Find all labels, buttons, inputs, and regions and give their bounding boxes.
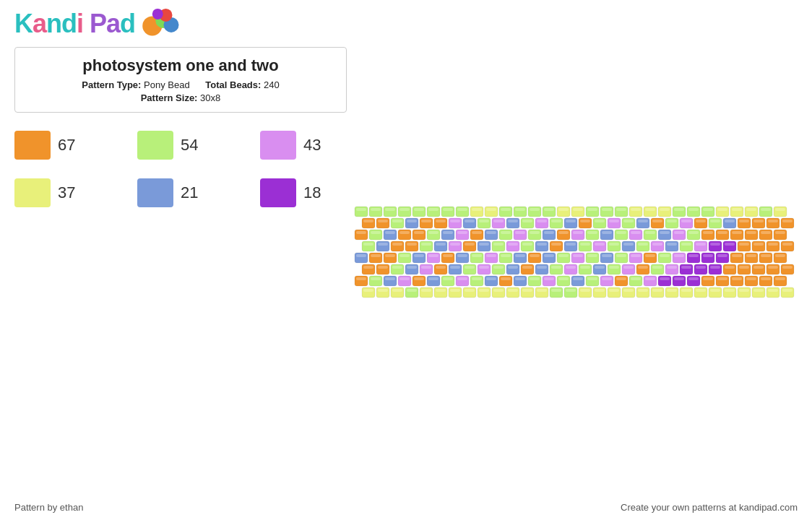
swatch-box <box>14 131 51 160</box>
size-value: 30x8 <box>200 92 220 103</box>
info-box: photosystem one and two Pattern Type: Po… <box>14 47 347 113</box>
swatch-box <box>260 131 296 160</box>
swatch-count: 43 <box>303 136 321 155</box>
swatch-count: 67 <box>58 136 75 155</box>
bead-canvas <box>354 206 802 300</box>
footer-left: Pattern by ethan <box>14 502 83 513</box>
swatch-box <box>137 178 173 207</box>
swatch-item: 54 <box>137 127 253 163</box>
swatch-box <box>260 178 296 207</box>
swatch-count: 37 <box>58 183 75 202</box>
svg-point-4 <box>152 9 163 20</box>
swatch-box <box>137 131 173 160</box>
type-label: Pattern Type: <box>82 79 141 90</box>
logo-icon <box>139 7 182 40</box>
total-value: 240 <box>264 79 280 90</box>
size-label: Pattern Size: <box>141 92 198 103</box>
pattern-title: photosystem one and two <box>30 56 332 75</box>
pattern-meta-row2: Pattern Size: 30x8 <box>30 92 332 103</box>
swatch-item: 43 <box>260 127 376 163</box>
swatch-count: 18 <box>303 183 321 202</box>
total-label: Total Beads: <box>205 79 261 90</box>
swatch-item: 21 <box>137 175 253 211</box>
swatch-count: 21 <box>181 183 198 202</box>
bead-pattern-container <box>354 206 802 300</box>
swatch-box <box>14 178 51 207</box>
footer: Pattern by ethan Create your own pattern… <box>0 502 812 513</box>
header: Kandi Pad <box>0 0 812 47</box>
swatch-item: 67 <box>14 127 130 163</box>
type-value: Pony Bead <box>144 79 190 90</box>
footer-right: Create your own patterns at kandipad.com <box>621 502 798 513</box>
swatch-item: 37 <box>14 175 130 211</box>
pattern-meta-row1: Pattern Type: Pony Bead Total Beads: 240 <box>30 79 332 90</box>
logo: Kandi Pad <box>14 9 135 39</box>
swatches: 675443372118 <box>14 127 798 211</box>
swatch-count: 54 <box>181 136 198 155</box>
